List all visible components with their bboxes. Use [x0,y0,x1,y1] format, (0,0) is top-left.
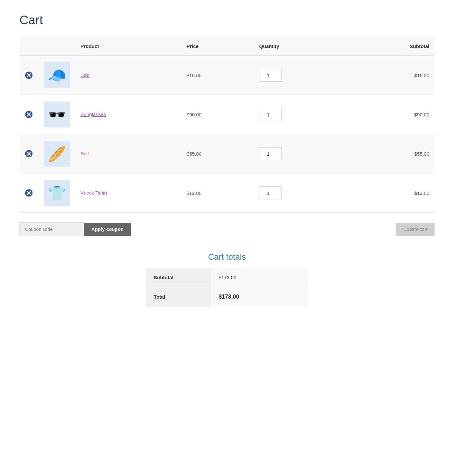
quantity-input-vneck-tshirt[interactable] [259,186,282,199]
subtotal-sunglasses: $90.00 [349,95,435,134]
remove-button-vneck-tshirt[interactable] [25,189,33,197]
cart-actions: Apply coupon Update cart [19,222,435,236]
update-cart-button[interactable]: Update cart [396,223,435,236]
product-emoji-sunglasses: 🕶️ [48,107,66,122]
cart-totals-title: Cart totals [208,252,246,262]
quantity-input-belt[interactable] [259,147,282,160]
remove-button-sunglasses[interactable] [25,110,33,119]
cart-totals-table: Subtotal $173.00 Total $173.00 [146,268,308,307]
col-header-subtotal: Subtotal [349,37,435,56]
price-vneck-tshirt: $12.00 [181,173,254,213]
subtotal-cap: $16.00 [349,56,435,95]
product-emoji-belt: 🥖 [48,147,66,161]
total-label: Total [146,287,211,307]
apply-coupon-button[interactable]: Apply coupon [84,223,131,236]
table-row: 🥖 Belt$55.00$55.00 [19,134,435,173]
product-image-vneck-tshirt: 👕 [44,180,70,206]
product-image-belt: 🥖 [44,141,70,167]
quantity-input-sunglasses[interactable] [259,108,282,121]
price-belt: $55.00 [181,134,254,173]
product-image-cap: 🧢 [44,62,70,88]
table-row: 👕 Vneck Tshirt$12.00$12.00 [19,173,435,213]
remove-button-cap[interactable] [25,71,33,79]
product-image-sunglasses: 🕶️ [44,101,70,127]
coupon-area: Apply coupon [19,222,131,236]
product-link-belt[interactable]: Belt [80,151,89,156]
product-link-cap[interactable]: Cap [80,72,90,78]
product-emoji-cap: 🧢 [48,68,66,83]
total-value: $173.00 [211,287,308,307]
remove-icon [25,110,33,119]
coupon-input[interactable] [19,222,84,236]
col-header-product: Product [75,37,181,56]
col-header-quantity: Quantity [254,37,349,56]
price-sunglasses: $90.00 [181,95,254,134]
subtotal-value: $173.00 [211,268,308,287]
col-header-remove [19,37,39,56]
remove-icon [25,149,33,158]
remove-icon [25,189,33,197]
col-header-image [39,37,75,56]
cart-table: Product Price Quantity Subtotal 🧢 Cap$16… [19,37,435,213]
table-row: 🧢 Cap$16.00$16.00 [19,56,435,95]
table-row: 🕶️ Sunglasses$90.00$90.00 [19,95,435,134]
col-header-price: Price [181,37,254,56]
remove-icon [25,71,33,79]
product-link-sunglasses[interactable]: Sunglasses [80,112,106,117]
remove-button-belt[interactable] [25,149,33,158]
quantity-input-cap[interactable] [259,69,282,82]
product-link-vneck-tshirt[interactable]: Vneck Tshirt [80,190,107,196]
product-emoji-vneck-tshirt: 👕 [48,186,66,200]
page-title: Cart [19,13,435,27]
subtotal-belt: $55.00 [349,134,435,173]
subtotal-label: Subtotal [146,268,211,287]
subtotal-vneck-tshirt: $12.00 [349,173,435,213]
cart-totals-section: Cart totals Subtotal $173.00 Total $173.… [19,252,435,307]
price-cap: $16.00 [181,56,254,95]
